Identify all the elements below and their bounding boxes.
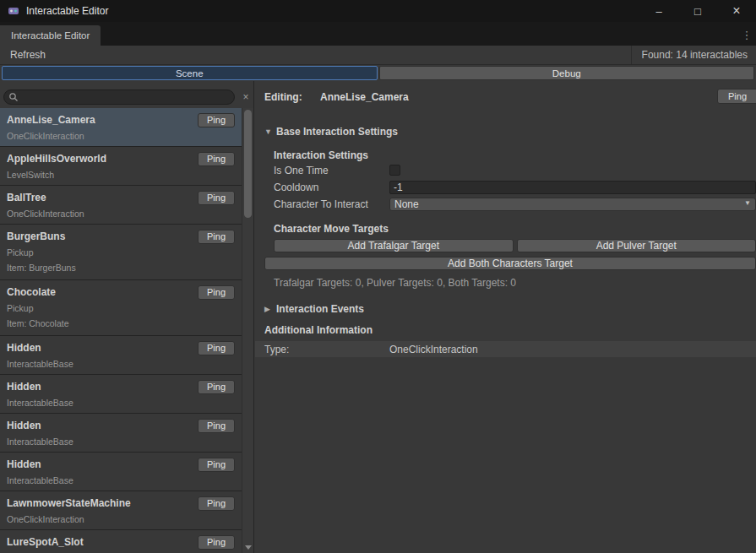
foldout-base-interaction-settings[interactable]: ▼ Base Interaction Settings bbox=[255, 125, 756, 138]
character-to-interact-dropdown[interactable]: None ▼ bbox=[389, 198, 756, 211]
ping-button[interactable]: Ping bbox=[198, 380, 235, 394]
list-item-type: Pickup bbox=[7, 247, 235, 258]
list-item-type: OneClickInteraction bbox=[7, 208, 235, 220]
scroll-down-icon[interactable] bbox=[245, 545, 252, 550]
ping-button[interactable]: Ping bbox=[198, 341, 235, 355]
targets-summary: Trafalgar Targets: 0, Pulver Targets: 0,… bbox=[274, 277, 756, 289]
list-item[interactable]: Hidden InteractableBase Ping bbox=[0, 336, 242, 375]
dropdown-value: None bbox=[394, 198, 419, 210]
ping-button[interactable]: Ping bbox=[198, 191, 235, 205]
list-item[interactable]: BallTree OneClickInteraction Ping bbox=[0, 186, 242, 225]
interactable-editor-window: Interactable Editor – □ × Interactable E… bbox=[0, 0, 756, 553]
list-item[interactable]: BurgerBuns Pickup Item: BurgerBuns Ping bbox=[0, 225, 242, 280]
list-item[interactable]: LureSpotA_Slot Ping bbox=[0, 530, 242, 553]
list-item-type: InteractableBase bbox=[7, 436, 235, 447]
tab-debug[interactable]: Debug bbox=[379, 66, 755, 80]
search-input[interactable] bbox=[3, 89, 235, 105]
character-to-interact-row: Character To Interact None ▼ bbox=[274, 196, 756, 212]
search-row: × bbox=[3, 89, 250, 105]
type-label: Type: bbox=[264, 344, 389, 355]
add-both-characters-target-button[interactable]: Add Both Characters Target bbox=[264, 257, 756, 270]
list-item[interactable]: AppleHillsOverworld LevelSwitch Ping bbox=[0, 147, 242, 186]
add-pulver-target-button[interactable]: Add Pulver Target bbox=[517, 239, 756, 252]
ping-button[interactable]: Ping bbox=[198, 285, 235, 300]
ping-button[interactable]: Ping bbox=[717, 89, 756, 104]
ping-button[interactable]: Ping bbox=[198, 152, 235, 166]
chevron-down-icon: ▼ bbox=[744, 199, 751, 207]
foldout-closed-icon: ▶ bbox=[264, 305, 275, 313]
interaction-settings-header: Interaction Settings bbox=[274, 149, 756, 161]
list-item[interactable]: AnneLise_Camera OneClickInteraction Ping bbox=[0, 108, 242, 147]
list-item[interactable]: Hidden InteractableBase Ping bbox=[0, 375, 242, 414]
list-item-type: OneClickInteraction bbox=[7, 513, 235, 525]
view-tabs: Scene Debug bbox=[0, 66, 756, 81]
list-item[interactable]: Hidden InteractableBase Ping bbox=[0, 453, 242, 491]
refresh-button[interactable]: Refresh bbox=[0, 46, 56, 64]
ping-button[interactable]: Ping bbox=[198, 458, 235, 472]
list-item-detail: Item: Chocolate bbox=[7, 317, 235, 329]
scrollbar-thumb[interactable] bbox=[244, 110, 252, 218]
interactable-list: AnneLise_Camera OneClickInteraction Ping… bbox=[0, 108, 242, 553]
window-controls: – □ × bbox=[639, 0, 756, 22]
cooldown-label: Cooldown bbox=[274, 182, 389, 193]
found-count-label: Found: 14 interactables bbox=[631, 46, 756, 64]
list-item-type: OneClickInteraction bbox=[7, 130, 235, 142]
ping-button[interactable]: Ping bbox=[198, 419, 235, 433]
is-one-time-label: Is One Time bbox=[274, 165, 389, 176]
list-item-detail: Item: BurgerBuns bbox=[7, 262, 235, 274]
add-trafalgar-target-button[interactable]: Add Trafalgar Target bbox=[274, 239, 514, 252]
kebab-menu-icon[interactable]: ⋮ bbox=[741, 27, 753, 44]
cooldown-field[interactable] bbox=[389, 181, 756, 194]
search-icon bbox=[8, 92, 19, 102]
list-item-type: InteractableBase bbox=[7, 397, 235, 409]
is-one-time-checkbox[interactable] bbox=[389, 165, 400, 176]
scene-list-panel: × AnneLise_Camera OneClickInteraction Pi… bbox=[0, 81, 254, 553]
list-item-type: InteractableBase bbox=[7, 358, 235, 370]
ping-button[interactable]: Ping bbox=[198, 230, 235, 244]
ping-button[interactable]: Ping bbox=[198, 496, 235, 511]
inspector-panel: Editing: AnneLise_Camera Ping ▼ Base Int… bbox=[255, 81, 756, 553]
maximize-icon[interactable]: □ bbox=[678, 0, 717, 22]
add-target-buttons: Add Trafalgar Target Add Pulver Target bbox=[274, 239, 756, 252]
list-item-type: LevelSwitch bbox=[7, 169, 235, 181]
minimize-icon[interactable]: – bbox=[639, 0, 678, 22]
ping-button[interactable]: Ping bbox=[198, 113, 235, 127]
ping-button[interactable]: Ping bbox=[198, 535, 235, 550]
list-item-type: Pickup bbox=[7, 302, 235, 314]
tab-scene[interactable]: Scene bbox=[2, 66, 378, 80]
base-settings-body: Interaction Settings Is One Time Cooldow… bbox=[255, 149, 756, 289]
character-to-interact-label: Character To Interact bbox=[274, 198, 389, 210]
search-clear-icon[interactable]: × bbox=[239, 89, 253, 105]
type-value: OneClickInteraction bbox=[389, 344, 478, 355]
is-one-time-row: Is One Time bbox=[274, 162, 756, 178]
move-targets-header: Character Move Targets bbox=[274, 223, 756, 235]
editing-header: Editing: AnneLise_Camera Ping bbox=[255, 81, 756, 106]
list-item[interactable]: LawnmowerStateMachine OneClickInteractio… bbox=[0, 491, 242, 530]
additional-information-header: Additional Information bbox=[255, 324, 756, 336]
foldout-open-icon: ▼ bbox=[264, 127, 275, 136]
editing-label: Editing: bbox=[264, 91, 302, 103]
cooldown-row: Cooldown bbox=[274, 179, 756, 195]
title-bar: Interactable Editor – □ × bbox=[0, 0, 756, 22]
editor-tab-strip: Interactable Editor ⋮ bbox=[0, 22, 756, 46]
tab-interactable-editor[interactable]: Interactable Editor bbox=[0, 25, 101, 46]
close-icon[interactable]: × bbox=[717, 0, 756, 22]
type-row: Type: OneClickInteraction bbox=[255, 341, 756, 357]
list-item[interactable]: Hidden InteractableBase Ping bbox=[0, 414, 242, 453]
foldout-interaction-events[interactable]: ▶ Interaction Events bbox=[255, 302, 756, 316]
toolbar: Refresh Found: 14 interactables bbox=[0, 46, 756, 65]
list-scrollbar[interactable] bbox=[242, 108, 253, 553]
editing-target-name: AnneLise_Camera bbox=[320, 91, 409, 103]
app-icon bbox=[8, 5, 19, 17]
window-title: Interactable Editor bbox=[26, 5, 108, 17]
list-item[interactable]: Chocolate Pickup Item: Chocolate Ping bbox=[0, 280, 242, 336]
list-item-type: InteractableBase bbox=[7, 474, 235, 486]
